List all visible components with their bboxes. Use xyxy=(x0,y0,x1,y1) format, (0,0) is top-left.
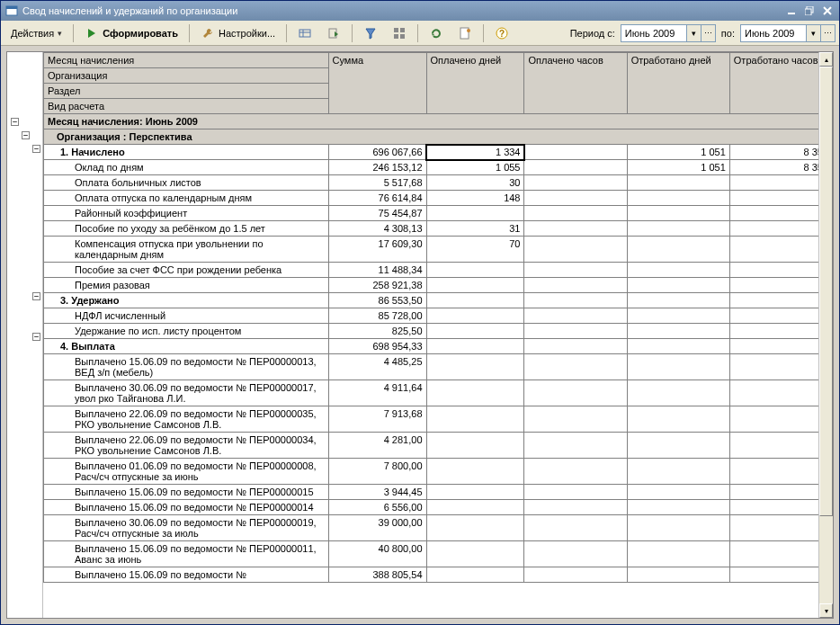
report-table[interactable]: Месяц начисления Сумма Оплачено дней Опл… xyxy=(43,52,833,583)
actions-menu[interactable]: Действия ▾ xyxy=(4,23,68,43)
table-row[interactable]: Выплачено 30.06.09 по ведомости № ПЕР000… xyxy=(44,380,833,406)
dropdown-icon[interactable]: ▾ xyxy=(686,25,701,41)
window-title: Свод начислений и удержаний по организац… xyxy=(22,5,783,16)
expand-gutter: − − − − − xyxy=(7,52,43,618)
help-icon: ? xyxy=(495,26,509,40)
table-row[interactable]: 1. Начислено 696 067,66 1 334 1 051 8 35… xyxy=(44,145,833,160)
report-area: − − − − − Месяц начисления Сумма Оплачен… xyxy=(6,51,834,619)
expand-toggle[interactable]: − xyxy=(32,145,40,153)
expand-toggle[interactable]: − xyxy=(32,292,40,300)
expand-toggle[interactable]: − xyxy=(11,118,19,126)
table-row[interactable]: Выплачено 15.06.09 по ведомости № ПЕР000… xyxy=(44,485,833,500)
group-month[interactable]: Месяц начисления: Июнь 2009 xyxy=(44,114,833,129)
scroll-down-button[interactable]: ▾ xyxy=(819,603,833,618)
table-row[interactable]: Выплачено 22.06.09 по ведомости № ПЕР000… xyxy=(44,406,833,433)
period-from-field[interactable] xyxy=(621,25,686,41)
table-row[interactable]: Компенсация отпуска при увольнении по ка… xyxy=(44,237,833,263)
vertical-scrollbar[interactable]: ▴ ▾ xyxy=(818,52,833,618)
picker-icon[interactable]: ⋯ xyxy=(701,25,715,41)
actions-label: Действия xyxy=(11,28,54,39)
scroll-thumb[interactable] xyxy=(819,67,833,516)
table-row[interactable]: Выплачено 01.06.09 по ведомости № ПЕР000… xyxy=(44,459,833,485)
svg-rect-10 xyxy=(400,28,405,32)
separator xyxy=(483,24,484,42)
col-header-paid-days[interactable]: Оплачено дней xyxy=(426,53,524,114)
table-row[interactable]: Оплата отпуска по календарным дням76 614… xyxy=(44,191,833,206)
picker-icon[interactable]: ⋯ xyxy=(820,25,835,41)
svg-rect-2 xyxy=(788,13,795,14)
period-from-input[interactable]: ▾ ⋯ xyxy=(621,24,716,42)
table-row[interactable]: Удержание по исп. листу процентом825,50 xyxy=(44,324,833,339)
play-icon xyxy=(85,26,99,40)
period-to-field[interactable] xyxy=(741,25,806,41)
separator xyxy=(286,24,287,42)
table-row[interactable]: Пособие по уходу за ребёнком до 1.5 лет4… xyxy=(44,221,833,237)
period-to-label: по: xyxy=(719,28,737,39)
toolbar: Действия ▾ Сформировать Настройки... ? П… xyxy=(1,21,839,46)
app-icon xyxy=(4,4,19,18)
col-header-org[interactable]: Организация xyxy=(44,68,329,84)
form-button[interactable]: Сформировать xyxy=(78,23,184,43)
table-row[interactable]: Выплачено 15.06.09 по ведомости № ПЕР000… xyxy=(44,500,833,515)
period-to-input[interactable]: ▾ ⋯ xyxy=(740,24,836,42)
svg-rect-11 xyxy=(394,34,398,39)
col-header-desc[interactable]: Месяц начисления xyxy=(44,53,329,68)
funnel-icon xyxy=(363,26,378,40)
col-header-sum[interactable]: Сумма xyxy=(328,53,426,114)
table-row[interactable]: Выплачено 15.06.09 по ведомости №388 805… xyxy=(44,567,833,583)
tool-btn-3[interactable] xyxy=(451,23,478,43)
restore-button[interactable] xyxy=(801,4,818,18)
refresh-button[interactable] xyxy=(423,23,450,43)
col-header-worked-days[interactable]: Отработано дней xyxy=(627,53,729,114)
grid-button[interactable] xyxy=(386,23,413,43)
svg-point-14 xyxy=(467,29,470,32)
selected-cell: 1 334 xyxy=(426,145,524,160)
expand-toggle[interactable]: − xyxy=(22,131,30,139)
tool-btn-2[interactable] xyxy=(320,23,347,43)
svg-text:?: ? xyxy=(499,29,505,39)
dropdown-icon[interactable]: ▾ xyxy=(806,25,820,41)
help-button[interactable]: ? xyxy=(488,23,515,43)
table-row[interactable]: Выплачено 15.06.09 по ведомости № ПЕР000… xyxy=(44,354,833,380)
scroll-up-button[interactable]: ▴ xyxy=(819,52,833,67)
tool-btn-1[interactable] xyxy=(291,23,318,43)
grid-icon xyxy=(392,26,407,40)
filter-button[interactable] xyxy=(357,23,384,43)
settings-button[interactable]: Настройки... xyxy=(194,23,281,43)
table-row[interactable]: Оплата больничных листов5 517,6830 xyxy=(44,175,833,191)
col-header-section[interactable]: Раздел xyxy=(44,84,329,99)
close-button[interactable] xyxy=(819,4,836,18)
wrench-icon xyxy=(201,26,215,40)
page-icon xyxy=(458,26,472,40)
settings-label: Настройки... xyxy=(219,28,275,39)
group-org[interactable]: Организация : Перспектива xyxy=(44,129,833,145)
col-header-paid-hours[interactable]: Оплачено часов xyxy=(524,53,627,114)
expand-toggle[interactable]: − xyxy=(32,333,40,341)
svg-rect-12 xyxy=(400,34,405,39)
table-row[interactable]: Премия разовая258 921,38 xyxy=(44,278,833,293)
col-header-worked-hours[interactable]: Отработано часов xyxy=(729,53,832,114)
table-row[interactable]: Выплачено 15.06.09 по ведомости № ПЕР000… xyxy=(44,541,833,567)
table-row[interactable]: Районный коэффициент75 454,87 xyxy=(44,206,833,221)
period-from-label: Период с: xyxy=(568,28,617,39)
separator xyxy=(73,24,74,42)
table-row[interactable]: 4. Выплата698 954,33 xyxy=(44,339,833,354)
minimize-button[interactable] xyxy=(783,4,800,18)
export-icon xyxy=(326,26,341,40)
titlebar: Свод начислений и удержаний по организац… xyxy=(1,1,839,21)
svg-rect-9 xyxy=(394,28,398,32)
period-filter: Период с: ▾ ⋯ по: ▾ ⋯ xyxy=(568,24,836,42)
table-row[interactable]: 3. Удержано86 553,50 xyxy=(44,293,833,308)
table-row[interactable]: НДФЛ исчисленный85 728,00 xyxy=(44,308,833,324)
chevron-down-icon: ▾ xyxy=(58,29,62,38)
table-row[interactable]: Выплачено 30.06.09 по ведомости № ПЕР000… xyxy=(44,515,833,541)
table-row[interactable]: Оклад по дням246 153,121 0551 0518 354 xyxy=(44,160,833,175)
table-row[interactable]: Выплачено 22.06.09 по ведомости № ПЕР000… xyxy=(44,433,833,459)
refresh-icon xyxy=(429,26,443,40)
svg-rect-5 xyxy=(299,30,310,37)
col-header-calc[interactable]: Вид расчета xyxy=(44,99,329,114)
form-label: Сформировать xyxy=(103,28,178,39)
table-row[interactable]: Пособие за счет ФСС при рождении ребенка… xyxy=(44,263,833,278)
svg-rect-1 xyxy=(6,6,17,9)
svg-rect-4 xyxy=(805,9,811,15)
